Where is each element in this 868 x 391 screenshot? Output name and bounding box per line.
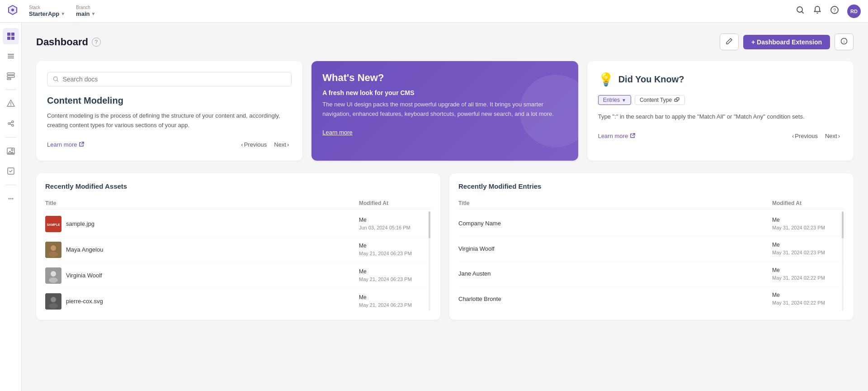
- svg-text:?: ?: [833, 8, 836, 13]
- modified-cell: Me May 31, 2024 02:23 PM: [772, 241, 844, 257]
- sidebar-item-dashboard[interactable]: [3, 28, 19, 44]
- sidebar-divider-2: [5, 137, 16, 138]
- scrollbar-thumb[interactable]: [429, 211, 430, 238]
- table-row: Jane Austen Me May 31, 2024 02:22 PM: [458, 262, 844, 287]
- entries-table-header: Title Modified At: [458, 197, 844, 210]
- modified-cell: Me May 31, 2024 02:22 PM: [772, 266, 844, 282]
- modified-cell: Me May 31, 2024 02:22 PM: [772, 291, 844, 307]
- table-row: SAMPLE sample.jpg Me Jun 03, 2024 05:16 …: [45, 211, 431, 237]
- branch-value: main: [76, 10, 90, 18]
- modified-cell: Me Jun 03, 2024 05:16 PM: [359, 216, 431, 232]
- assets-table-header: Title Modified At: [45, 197, 431, 210]
- svg-rect-12: [7, 76, 14, 77]
- did-you-know-header: 💡 Did You Know?: [598, 72, 843, 87]
- svg-point-38: [51, 245, 56, 251]
- table-row: pierre-cox.svg Me May 21, 2024 06:23 PM: [45, 289, 431, 311]
- svg-point-41: [51, 271, 56, 277]
- topbar-icons: ? RD: [796, 5, 861, 18]
- user-avatar[interactable]: RD: [847, 5, 861, 18]
- svg-point-42: [49, 277, 58, 283]
- svg-rect-5: [11, 33, 14, 36]
- did-you-know-card: 💡 Did You Know? Entries ▼ Content Type T…: [587, 61, 854, 161]
- bell-icon[interactable]: [813, 5, 822, 17]
- whats-new-subtitle: A fresh new look for your CMS: [322, 89, 567, 96]
- sidebar-item-more[interactable]: [3, 191, 19, 207]
- svg-point-27: [12, 198, 13, 200]
- tag-row: Entries ▼ Content Type: [598, 95, 843, 105]
- sidebar-divider-1: [5, 90, 16, 90]
- svg-rect-9: [8, 56, 14, 57]
- asset-cell: pierre-cox.svg: [45, 293, 359, 310]
- scrollbar-thumb-entries[interactable]: [842, 211, 844, 238]
- page-help-icon[interactable]: ?: [92, 38, 101, 47]
- asset-thumbnail: SAMPLE: [45, 216, 61, 232]
- table-row: Virginia Woolf Me May 21, 2024 06:23 PM: [45, 263, 431, 289]
- svg-line-21: [10, 124, 12, 125]
- svg-point-39: [49, 252, 58, 257]
- svg-point-16: [10, 105, 11, 105]
- branch-selector[interactable]: Branch main ▼: [76, 5, 95, 18]
- svg-point-19: [12, 124, 14, 126]
- did-you-know-prev-button[interactable]: ‹ Previous: [789, 131, 821, 141]
- sidebar-item-tasks[interactable]: [3, 163, 19, 179]
- asset-cell: Maya Angelou: [45, 242, 359, 258]
- edit-button[interactable]: [720, 33, 739, 50]
- entry-cell: Virginia Woolf: [458, 245, 772, 252]
- assets-section-title: Recently Modified Assets: [45, 182, 431, 190]
- modified-cell: Me May 21, 2024 06:23 PM: [359, 242, 431, 257]
- content-modeling-next-button[interactable]: Next ›: [271, 139, 292, 150]
- entries-tag[interactable]: Entries ▼: [598, 95, 631, 105]
- scrollbar-track: [429, 211, 430, 311]
- learn-more-link[interactable]: Learn more: [47, 141, 84, 148]
- did-you-know-desc: Type ":" in the search bar to apply the …: [598, 112, 843, 122]
- entries-col-modified: Modified At: [772, 200, 844, 206]
- asset-thumbnail: [45, 293, 61, 310]
- content-type-tag[interactable]: Content Type: [635, 95, 685, 105]
- svg-point-44: [51, 297, 56, 302]
- svg-rect-13: [7, 78, 11, 80]
- did-you-know-next-button[interactable]: Next ›: [822, 131, 843, 141]
- sidebar-item-releases[interactable]: [3, 95, 19, 112]
- content-modeling-nav: ‹ Previous Next ›: [238, 139, 292, 150]
- did-you-know-learn-more[interactable]: Learn more: [598, 133, 635, 139]
- svg-point-45: [49, 303, 58, 309]
- svg-rect-11: [7, 73, 14, 75]
- scrollbar-track-entries: [842, 211, 844, 311]
- page-title-row: Dashboard ?: [36, 36, 101, 48]
- whats-new-learn-more[interactable]: Learn more: [322, 129, 352, 136]
- entry-name: Virginia Woolf: [458, 245, 495, 252]
- search-input[interactable]: [62, 76, 286, 83]
- search-input-wrapper[interactable]: [47, 72, 292, 86]
- layout: Dashboard ? + Dashboard Extension i: [0, 23, 868, 391]
- bottom-section: Recently Modified Assets Title Modified …: [36, 173, 854, 320]
- modified-cell: Me May 21, 2024 06:23 PM: [359, 267, 431, 283]
- topbar: Stack StarterApp ▼ Branch main ▼ ? RD: [0, 0, 868, 23]
- entry-name: Company Name: [458, 220, 501, 227]
- entry-name: Charlotte Bronte: [458, 296, 501, 302]
- info-button[interactable]: i: [835, 33, 854, 50]
- table-row: Virginia Woolf Me May 31, 2024 02:23 PM: [458, 236, 844, 262]
- asset-thumbnail: [45, 242, 61, 258]
- page-title: Dashboard: [36, 36, 88, 48]
- logo[interactable]: [7, 5, 18, 18]
- sidebar-divider-3: [5, 185, 16, 185]
- search-icon[interactable]: [796, 5, 805, 17]
- sidebar-item-assets[interactable]: [3, 143, 19, 159]
- assets-section: Recently Modified Assets Title Modified …: [36, 173, 440, 320]
- svg-rect-6: [7, 37, 10, 40]
- entry-cell: Company Name: [458, 220, 772, 227]
- sidebar-item-menu[interactable]: [3, 48, 19, 64]
- dashboard-extension-button[interactable]: + Dashboard Extension: [743, 35, 830, 49]
- page-header-actions: + Dashboard Extension i: [720, 33, 854, 50]
- help-icon[interactable]: ?: [830, 5, 839, 17]
- table-row: Charlotte Bronte Me May 31, 2024 02:22 P…: [458, 286, 844, 311]
- svg-point-0: [11, 9, 14, 11]
- content-modeling-footer: Learn more ‹ Previous Next ›: [47, 139, 292, 150]
- entry-cell: Jane Austen: [458, 270, 772, 277]
- sidebar-item-content-types[interactable]: [3, 68, 19, 84]
- lightbulb-icon: 💡: [598, 72, 614, 87]
- sidebar-item-workflows[interactable]: [3, 115, 19, 132]
- content-modeling-prev-button[interactable]: ‹ Previous: [238, 139, 269, 150]
- stack-selector[interactable]: Stack StarterApp ▼: [29, 5, 65, 18]
- content-modeling-card: Content Modeling Content modeling is the…: [36, 61, 302, 161]
